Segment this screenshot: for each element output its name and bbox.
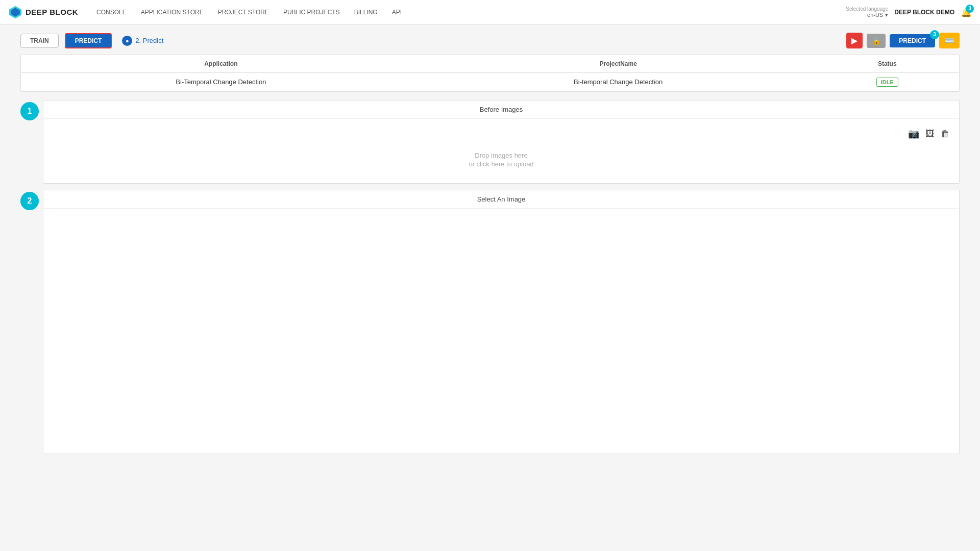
gallery-icon-button[interactable]: 🖼 [924,127,936,140]
camera-icon-button[interactable]: 📷 [907,127,920,140]
predict-main-button[interactable]: PREDICT 3 [890,34,935,47]
before-images-header: Before Images [43,101,959,119]
main-nav: CONSOLE APPLICATION STORE PROJECT STORE … [90,0,846,24]
logo-icon [8,5,22,19]
nav-project-store[interactable]: PROJECT STORE [212,0,275,24]
cell-status: IDLE [816,73,959,91]
notification-bell-button[interactable]: 🔔 3 [961,7,972,18]
nav-billing[interactable]: BILLING [348,0,384,24]
logo-text: DEEP BLOCK [26,8,78,16]
youtube-icon: ▶ [851,36,857,45]
gallery-icon: 🖼 [925,129,935,139]
status-badge: IDLE [876,78,898,87]
nav-console[interactable]: CONSOLE [90,0,133,24]
nav-public-projects[interactable]: PUBLIC PROJECTS [277,0,346,24]
cell-project-name: Bi-temporal Change Detection [421,73,816,91]
logo: DEEP BLOCK [8,5,78,19]
toolbar-right: ▶ 🔒 PREDICT 3 ⌨️ [846,33,960,48]
before-images-body[interactable]: 📷 🖼 🗑 Drop images here or click here to … [43,119,959,183]
select-image-body[interactable] [43,209,959,454]
nav-api[interactable]: API [386,0,408,24]
keyboard-icon: ⌨️ [944,36,954,45]
navbar: DEEP BLOCK CONSOLE APPLICATION STORE PRO… [0,0,980,24]
drop-line2: or click here to upload [469,160,533,168]
select-image-header: Select An Image [43,190,959,209]
table-row[interactable]: Bi-Temporal Change Detection Bi-temporal… [21,73,959,91]
panels: 1 Before Images 📷 🖼 🗑 [20,100,960,454]
delete-icon-button[interactable]: 🗑 [940,127,951,140]
step-circle: ● [122,36,132,46]
col-application: Application [21,55,421,73]
table-body: Bi-Temporal Change Detection Bi-temporal… [21,73,959,91]
before-images-panel: Before Images 📷 🖼 🗑 Dro [43,100,960,184]
project-table-container: Application ProjectName Status Bi-Tempor… [20,55,960,92]
col-status: Status [816,55,959,73]
predict-tab-button[interactable]: PREDICT [65,33,112,48]
drop-line1: Drop images here [475,152,527,159]
select-image-panel: Select An Image [43,190,960,454]
language-selector[interactable]: Selected language en-US ▾ [846,6,888,18]
col-project-name: ProjectName [421,55,816,73]
predict-badge: 3 [930,30,939,39]
section-select-image: 2 Select An Image [20,190,960,454]
trash-icon: 🗑 [941,129,950,139]
cell-application: Bi-Temporal Change Detection [21,73,421,91]
youtube-button[interactable]: ▶ [846,33,863,48]
toolbar: TRAIN PREDICT ● 2. Predict ▶ 🔒 PREDICT 3… [20,24,960,55]
project-table: Application ProjectName Status Bi-Tempor… [21,55,959,91]
nav-app-store[interactable]: APPLICATION STORE [135,0,210,24]
chevron-down-icon: ▾ [885,12,888,18]
drop-zone[interactable]: Drop images here or click here to upload [52,144,951,175]
camera-icon: 📷 [908,129,919,139]
language-value: en-US [867,12,883,18]
keyboard-button[interactable]: ⌨️ [939,33,960,48]
step-indicator: ● 2. Predict [122,36,163,46]
main-content: TRAIN PREDICT ● 2. Predict ▶ 🔒 PREDICT 3… [0,0,980,551]
language-label: Selected language [846,6,888,12]
predict-main-label: PREDICT [899,37,926,44]
train-button[interactable]: TRAIN [20,34,59,48]
step-num-1: 1 [20,102,39,120]
user-name: DEEP BLOCK DEMO [894,9,954,16]
step-num-2: 2 [20,192,39,210]
navbar-right: Selected language en-US ▾ DEEP BLOCK DEM… [846,6,972,18]
section-before-images: 1 Before Images 📷 🖼 🗑 [20,100,960,184]
lock-button[interactable]: 🔒 [867,34,886,48]
step-label: 2. Predict [135,37,163,44]
table-header: Application ProjectName Status [21,55,959,73]
image-icon-bar: 📷 🖼 🗑 [52,127,951,140]
notification-badge: 3 [966,5,974,13]
lock-icon: 🔒 [872,37,880,45]
